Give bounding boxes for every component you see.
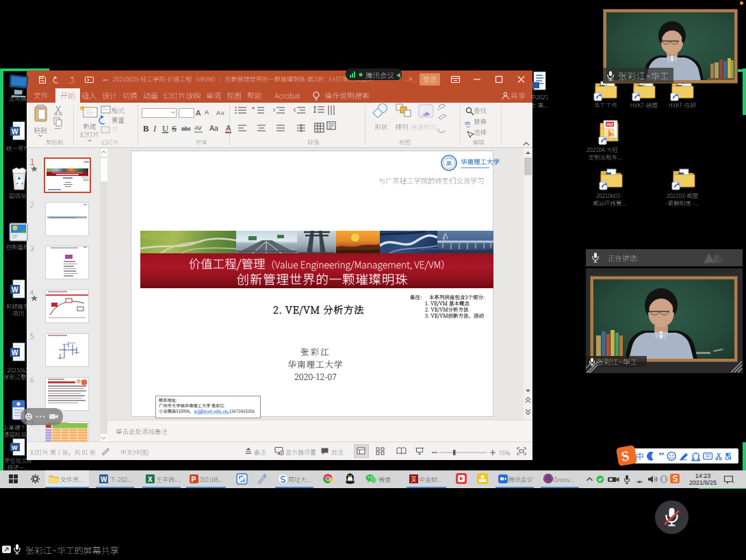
svg-text:A: A <box>205 109 209 116</box>
svg-text:W: W <box>12 349 18 357</box>
svg-text:AV: AV <box>194 125 202 131</box>
svg-text:A: A <box>196 109 201 117</box>
svg-text:U: U <box>162 124 168 133</box>
svg-text:B: B <box>143 124 149 133</box>
svg-text:W: W <box>12 286 18 294</box>
svg-text:ab: ab <box>465 120 470 125</box>
svg-text:abc: abc <box>181 125 191 132</box>
svg-text:S: S <box>172 124 177 133</box>
svg-text:Aa: Aa <box>209 124 218 132</box>
svg-text:A: A <box>216 110 220 116</box>
svg-text:I: I <box>153 124 157 133</box>
svg-text:P: P <box>192 476 196 483</box>
svg-text:PDF: PDF <box>607 123 614 127</box>
svg-text:W: W <box>12 128 18 136</box>
svg-text:A: A <box>226 124 231 132</box>
svg-text:V: V <box>221 111 224 116</box>
svg-text:W: W <box>12 444 18 451</box>
svg-text:W: W <box>101 476 107 483</box>
svg-text:X: X <box>148 476 153 483</box>
